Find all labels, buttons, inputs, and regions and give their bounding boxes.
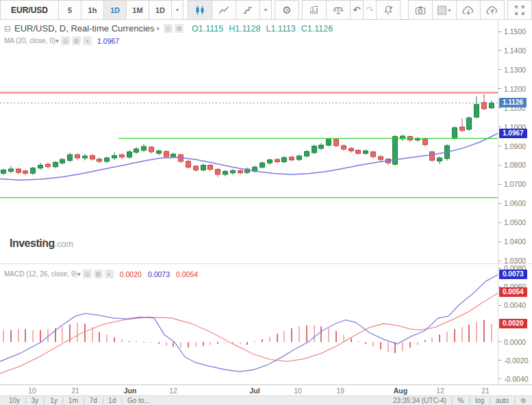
percent-scale-button[interactable]: %	[457, 397, 464, 404]
macd-gear-icon[interactable]: ⚙	[94, 270, 103, 278]
candle-body	[297, 156, 302, 159]
timeframe-dropdown-icon[interactable]: ▾	[171, 0, 183, 20]
macd-histogram-bar	[277, 334, 278, 342]
chart-type-dropdown-icon[interactable]: ▾	[259, 0, 272, 20]
range-3y-button[interactable]: 3y	[31, 397, 39, 404]
macd-histogram-bar	[335, 331, 337, 342]
macd-histogram-bar	[18, 329, 19, 342]
candle-body	[430, 152, 435, 160]
price-badge: 1.0967	[499, 129, 527, 138]
timeframe-1d[interactable]: 1D	[103, 0, 127, 20]
ma-gear-icon[interactable]: ⚙	[72, 36, 81, 45]
fullscreen-button[interactable]	[507, 0, 532, 20]
macd-histogram-bar	[283, 331, 285, 342]
macd-eye-icon[interactable]: ⊙	[83, 270, 92, 278]
macd-histogram-bar	[136, 341, 137, 342]
series-settings-gear-icon[interactable]: ⚙	[175, 24, 183, 33]
time-axis-label: 10	[20, 387, 45, 395]
timeframe-5[interactable]: 5	[58, 0, 81, 20]
range-1m-button[interactable]: 1m	[68, 397, 78, 404]
macd-histogram-bar	[180, 342, 181, 348]
macd-label[interactable]: MACD (12, 26, close, 9)	[4, 270, 77, 278]
alert-button[interactable]	[376, 0, 401, 20]
indicators-icon	[309, 5, 320, 16]
high-value: H1.1128	[229, 24, 260, 34]
macd-histogram-bar	[306, 326, 307, 342]
candle-body	[282, 157, 287, 161]
indicators-button[interactable]	[302, 0, 327, 20]
eye-icon[interactable]: ⊙	[164, 24, 173, 33]
screenshot-button[interactable]	[408, 0, 433, 20]
low-value: L1.1113	[266, 24, 295, 34]
ma-eye-icon[interactable]: ⊙	[61, 36, 70, 45]
candle-body	[238, 170, 243, 172]
chart-type-candles-button[interactable]	[188, 0, 212, 20]
macd-tick-label: -0.0040	[498, 375, 529, 383]
legend-dropdown-icon[interactable]: ▾	[157, 25, 160, 32]
chart-settings-button[interactable]: ⚙	[275, 0, 299, 20]
chart-type-step-button[interactable]	[236, 0, 260, 20]
time-axis[interactable]: 1021Jun12Jul1019Aug1221	[0, 384, 532, 395]
candle-body	[112, 156, 117, 158]
gear-icon: ⚙	[282, 4, 291, 16]
ohlc-readout: O1.1115H1.1128L1.1113C1.1126	[192, 24, 338, 34]
candle-body	[482, 103, 487, 109]
time-axis-label: Jun	[118, 387, 142, 395]
compare-button[interactable]	[326, 0, 351, 20]
macd-histogram-bar	[188, 342, 189, 348]
auto-scale-button[interactable]: auto	[496, 397, 509, 404]
separator: |	[25, 397, 27, 404]
ma-close-icon[interactable]: ×	[83, 36, 92, 45]
collapse-icon[interactable]: ⊟	[4, 24, 11, 34]
macd-histogram-bar	[114, 337, 115, 342]
watermark-suffix: .com	[55, 239, 73, 249]
clock-readout[interactable]: 23:35:34 (UTC-4)	[393, 397, 446, 404]
axis-settings-gear-icon[interactable]: ⚙	[520, 397, 527, 404]
ma-label[interactable]: MA (20, close, 0)	[4, 37, 55, 44]
ma-dropdown-icon[interactable]: ▾	[55, 37, 59, 44]
range-1d-button[interactable]: 1d	[108, 397, 116, 404]
macd-histogram-bar	[225, 342, 226, 343]
macd-histogram-bar	[365, 342, 366, 344]
macd-line	[0, 275, 498, 372]
redo-button[interactable]: ↷	[363, 0, 377, 20]
macd-tick-label: 0.0040	[498, 301, 526, 309]
undo-button[interactable]: ↶	[350, 0, 364, 20]
range-10y-button[interactable]: 10y	[9, 397, 20, 404]
macd-badge: 0.0073	[499, 270, 527, 279]
candle-body	[275, 159, 280, 161]
macd-close-icon[interactable]: ×	[105, 270, 114, 278]
price-axis[interactable]: 1.15001.14001.13001.12001.11001.10001.09…	[498, 20, 532, 384]
range-7d-button[interactable]: 7d	[90, 397, 97, 404]
chart-type-line-button[interactable]	[212, 0, 236, 20]
range-1y-button[interactable]: 1y	[50, 397, 58, 404]
time-axis-label: 21	[473, 387, 498, 395]
macd-histogram-bar	[143, 342, 144, 343]
macd-histogram-bar	[92, 327, 93, 342]
macd-histogram-bar	[343, 335, 344, 342]
candle-body	[474, 105, 479, 117]
candle-body	[364, 151, 368, 154]
macd-histogram-bar	[425, 340, 426, 342]
layout-button[interactable]	[432, 0, 457, 20]
separator: |	[102, 397, 104, 404]
candle-body	[186, 161, 191, 167]
timeframe-1d-custom[interactable]: 1D	[149, 0, 172, 20]
top-toolbar: EUR/USD 5 1h 1D 1M 1D ▾ ▾	[0, 0, 532, 20]
chart-canvas[interactable]	[0, 20, 498, 384]
goto-button[interactable]: Go to...	[127, 397, 150, 404]
chart-area[interactable]: ⊟ EUR/USD, D, Real-time Currencies ▾ ⊙ ⚙…	[0, 20, 498, 384]
macd-histogram-bar	[314, 326, 315, 342]
log-scale-button[interactable]: log	[475, 397, 484, 404]
macd-dropdown-icon[interactable]: ▾	[77, 270, 81, 278]
timeframe-1m[interactable]: 1M	[126, 0, 149, 20]
save-chart-button[interactable]	[480, 0, 505, 20]
time-axis-label: 12	[428, 387, 453, 395]
timeframe-1h[interactable]: 1h	[81, 0, 104, 20]
separator: |	[43, 397, 45, 404]
instrument-title[interactable]: EUR/USD, D, Real-time Currencies	[14, 23, 154, 34]
macd-histogram-bar	[454, 329, 455, 342]
load-chart-button[interactable]	[456, 0, 481, 20]
candle-body	[460, 127, 465, 131]
symbol-button[interactable]: EUR/USD	[0, 0, 59, 20]
